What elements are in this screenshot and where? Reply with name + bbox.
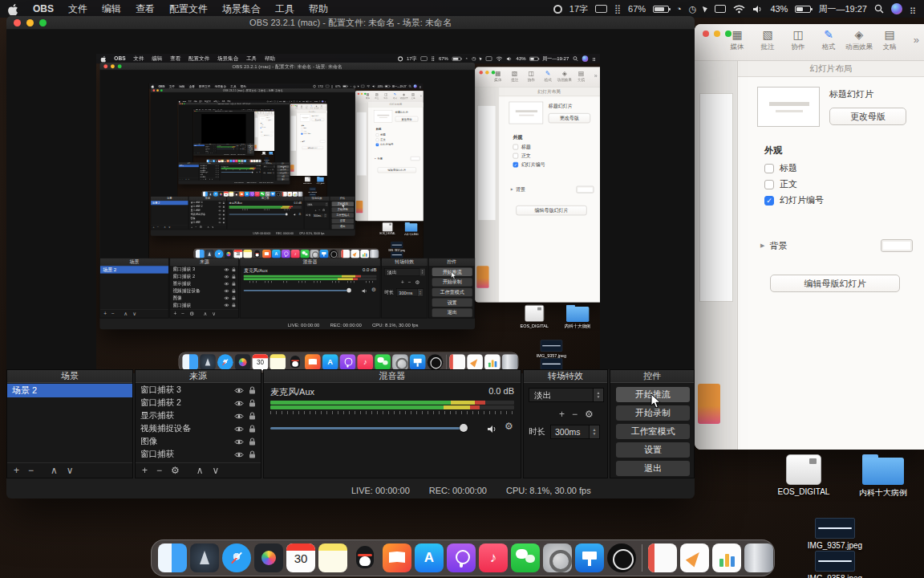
menu-help[interactable]: 帮助 [265, 55, 275, 62]
toolbar-media-button[interactable]: ▦ 媒体 [363, 92, 372, 100]
volume-icon[interactable] [752, 5, 763, 14]
fader-handle-icon[interactable] [346, 288, 351, 293]
app-store-icon[interactable]: A [322, 354, 338, 370]
background-row[interactable]: ▶ 背景 [760, 239, 913, 252]
visibility-icon[interactable] [234, 387, 244, 394]
visibility-icon[interactable] [215, 165, 217, 167]
move-up-icon[interactable]: ∧ [207, 226, 209, 229]
volume-fader[interactable] [217, 149, 234, 149]
menubar-clock[interactable]: 周一—19:27 [310, 100, 318, 103]
books-icon[interactable] [262, 250, 271, 258]
control-center-icon[interactable]: ⣶ [592, 55, 595, 61]
select-stepper-icon[interactable]: ▲▼ [419, 269, 425, 276]
edit-master-button[interactable]: 编辑母版幻灯片 [770, 275, 900, 292]
duration-stepper-icon[interactable]: ▲▼ [417, 289, 423, 296]
properties-gear-icon[interactable]: ⚙ [322, 209, 325, 212]
background-color-well[interactable] [270, 132, 274, 132]
exit-button[interactable]: 退出 [432, 308, 472, 317]
master-slide-thumbnail[interactable] [374, 110, 392, 122]
visibility-icon[interactable] [215, 174, 217, 176]
safari-icon[interactable] [215, 250, 224, 258]
scene-list-item-selected[interactable]: 场景 2 [193, 144, 205, 146]
desktop-icon-eos-digital[interactable]: EOS_DIGITAL [768, 454, 840, 496]
menu-view[interactable]: 查看 [136, 2, 155, 16]
menu-profile[interactable]: 配置文件 [169, 2, 208, 16]
duration-spinner[interactable]: 300ms ▲▼ [241, 149, 245, 150]
gauge-icon[interactable]: ◔ [465, 56, 468, 62]
finder-icon[interactable] [182, 354, 198, 370]
controls-panel-title[interactable]: 控件 [610, 370, 694, 383]
visibility-icon[interactable] [218, 201, 221, 204]
scene-list-item-selected[interactable]: 场景 2 [100, 266, 168, 273]
settings-button[interactable]: 设置 [332, 218, 354, 223]
option-body[interactable]: 正文 [513, 153, 531, 159]
studio-mode-button[interactable]: 工作室模式 [332, 213, 354, 218]
visibility-icon[interactable] [218, 206, 221, 208]
add-icon[interactable]: + [268, 169, 269, 170]
input-word-count[interactable]: 17字 [569, 3, 588, 15]
keynote-icon[interactable] [319, 250, 328, 258]
lock-icon[interactable] [249, 399, 256, 407]
option-body[interactable]: 正文 [376, 138, 386, 142]
disclosure-icon[interactable]: ▶ [760, 242, 764, 249]
transition-select[interactable]: 淡出 ▲▼ [306, 202, 328, 207]
checkbox-icon[interactable] [376, 138, 379, 141]
lock-icon[interactable] [232, 267, 236, 272]
visibility-icon[interactable] [218, 222, 221, 224]
exit-button[interactable]: 退出 [332, 224, 354, 229]
scenes-panel-title[interactable]: 场景 [151, 197, 188, 201]
transition-select[interactable]: 淡出 ▲▼ [529, 388, 604, 402]
apple-menu-icon[interactable] [151, 84, 154, 88]
change-master-button[interactable]: 更改母版 [312, 118, 325, 121]
mixer-gear-icon[interactable]: ⚙ [298, 212, 301, 215]
settings-button[interactable]: 设置 [277, 175, 289, 177]
studio-mode-button[interactable]: 工作室模式 [432, 288, 472, 297]
mixer-gear-icon[interactable]: ⚙ [505, 421, 513, 432]
notes-icon[interactable] [243, 250, 252, 258]
podcasts-icon[interactable] [447, 543, 476, 572]
option-title[interactable]: 标题 [513, 144, 531, 150]
display-icon[interactable] [361, 85, 364, 88]
visibility-icon[interactable] [218, 218, 221, 220]
source-row[interactable]: 显示捕获 [170, 280, 238, 287]
remove-icon[interactable]: − [408, 279, 411, 286]
display-icon[interactable] [715, 5, 726, 13]
calendar-icon[interactable]: 30 [286, 543, 315, 572]
wechat-icon[interactable] [511, 543, 540, 572]
duration-stepper-icon[interactable]: ▲▼ [245, 149, 245, 149]
lock-icon[interactable] [217, 165, 218, 167]
settings-button[interactable]: 设置 [432, 299, 472, 307]
toolbar-animate-button[interactable]: ◈ 动画效果 [844, 28, 874, 52]
source-row[interactable]: 显示捕获 [136, 409, 261, 422]
grid-icon[interactable]: ⣿ [432, 55, 435, 61]
desktop-icon-img-9357[interactable]: IMG_9357.jpeg [799, 518, 871, 550]
add-icon[interactable]: + [191, 226, 192, 229]
desktop-icon-folder[interactable]: 内科十大病例 [314, 177, 326, 184]
numbers-icon[interactable] [484, 354, 500, 370]
properties-gear-icon[interactable]: ⚙ [189, 311, 194, 317]
toolbar-document-button[interactable]: ▤ 文稿 [408, 92, 417, 100]
change-master-button[interactable]: 更改母版 [395, 116, 419, 122]
menubar-clock[interactable]: 周一—19:27 [818, 3, 867, 15]
lock-icon[interactable] [232, 303, 236, 307]
move-down-icon[interactable]: ∨ [213, 465, 220, 476]
source-row[interactable]: 图像 [136, 435, 261, 448]
toolbar-media-button[interactable]: ▦ 媒体 [490, 69, 507, 83]
input-word-count[interactable]: 17字 [318, 84, 323, 88]
source-row[interactable]: 视频捕捉设备 [170, 287, 238, 295]
lock-icon[interactable] [223, 218, 225, 220]
menu-tools[interactable]: 工具 [275, 2, 294, 16]
add-icon[interactable]: + [559, 409, 565, 420]
select-stepper-icon[interactable]: ▲▼ [325, 202, 328, 206]
speaker-icon[interactable] [256, 171, 257, 173]
move-down-icon[interactable]: ∨ [132, 311, 136, 317]
select-stepper-icon[interactable]: ▲▼ [593, 389, 603, 401]
menubar-clock[interactable]: 周一—19:27 [265, 109, 270, 110]
display-icon[interactable] [486, 56, 492, 61]
add-icon[interactable]: + [401, 279, 404, 286]
background-row[interactable]: ▶ 背景 [260, 132, 274, 132]
remove-icon[interactable]: − [156, 465, 162, 476]
properties-gear-icon[interactable]: ⚙ [272, 169, 274, 170]
scene-list-item-selected[interactable]: 场景 2 [7, 384, 132, 397]
move-down-icon[interactable]: ∨ [168, 226, 171, 229]
